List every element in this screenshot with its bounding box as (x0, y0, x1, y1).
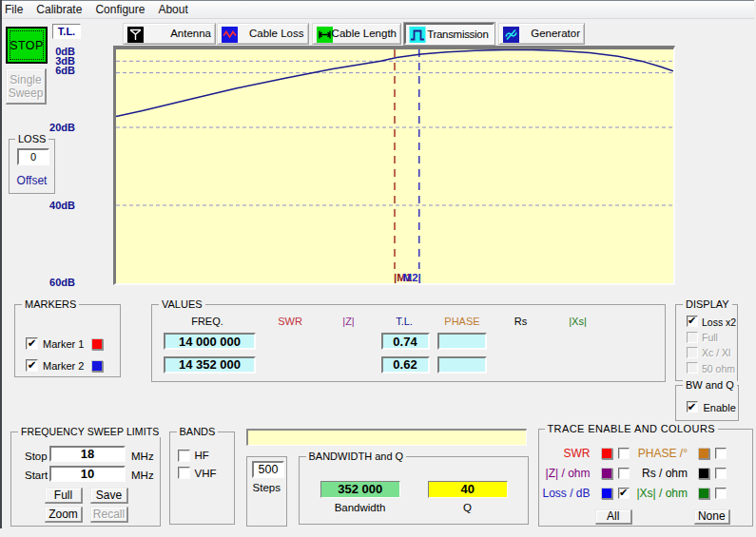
vhf-label: VHF (195, 468, 217, 479)
start-label: Start (25, 470, 48, 481)
sweep-chart[interactable]: |M1M2| (113, 46, 675, 285)
offset-label[interactable]: Offset (10, 174, 54, 187)
stop-frequency-input[interactable]: 18 (49, 446, 126, 462)
generator-button-label: Generator (531, 24, 580, 44)
full-button-label: Full (54, 489, 72, 502)
loss-offset-input[interactable]: 0 (17, 148, 49, 165)
bandwidth-and-q-group: BANDWIDTH and Q 352 000 Bandwidth 40 Q (299, 456, 529, 526)
start-frequency-input[interactable]: 10 (49, 466, 126, 482)
generator-icon (503, 27, 519, 43)
all-button-label: All (607, 509, 619, 523)
full-button[interactable]: Full (45, 488, 83, 504)
recall-button-label: Recall (93, 508, 125, 521)
menu-calibrate[interactable]: Calibrate (29, 1, 88, 19)
menu-bar: File Calibrate Configure About (0, 0, 754, 19)
rs-trace-checkbox[interactable] (715, 468, 727, 479)
none-button[interactable]: None (694, 509, 731, 525)
trace-enable-and-colours-group: TRACE ENABLE AND COLOURS SWR PHASE /° |Z… (538, 429, 754, 527)
save-button[interactable]: Save (90, 488, 128, 504)
q-label: Q (428, 502, 508, 513)
all-button[interactable]: All (595, 509, 633, 525)
bwq-enable-label: Enable (704, 402, 736, 413)
q-value-box: 40 (428, 481, 508, 498)
marker1-freq-text: 14 000 000 (179, 335, 241, 349)
y-axis-tick-60db: 60dB (34, 277, 75, 288)
swr-trace-checkbox[interactable] (618, 448, 630, 459)
app-window: File Calibrate Configure About STOP T.L.… (0, 0, 756, 537)
z-trace-checkbox[interactable] (618, 468, 630, 479)
steps-input[interactable]: 500 (252, 461, 284, 478)
trace-group-title: TRACE ENABLE AND COLOURS (545, 423, 718, 434)
menu-file[interactable]: File (0, 1, 29, 19)
loss-trace-checkbox[interactable] (618, 488, 630, 499)
message-bar (246, 429, 527, 446)
marker1-freq-value[interactable]: 14 000 000 (164, 333, 256, 350)
start-unit-label: MHz (131, 470, 154, 481)
stop-unit-label: MHz (131, 451, 154, 462)
single-sweep-line1: Single (10, 73, 41, 86)
antenna-button-label: Antenna (170, 24, 211, 44)
steps-value: 500 (259, 463, 279, 476)
loss-offset-value: 0 (30, 151, 36, 163)
z-trace-label: |Z| / ohm (546, 467, 591, 480)
bandwidth-value: 352 000 (338, 482, 382, 496)
none-button-label: None (698, 509, 726, 523)
cable-length-button[interactable]: Cable Length (312, 23, 402, 45)
marker2-color-swatch[interactable] (91, 360, 103, 372)
xs-trace-checkbox[interactable] (715, 488, 727, 499)
phase-color-swatch[interactable] (698, 448, 709, 459)
xs-color-swatch[interactable] (698, 488, 709, 499)
full-label: Full (702, 332, 718, 343)
transmission-button[interactable]: Transmission (404, 23, 494, 45)
bands-group-title: BANDS (177, 426, 219, 437)
values-group: VALUES FREQ. SWR |Z| T.L. PHASE Rs |Xs| … (151, 304, 666, 382)
cable-loss-icon (222, 27, 238, 43)
bandwidth-label: Bandwidth (320, 502, 400, 513)
marker2-label: M2| (403, 272, 421, 283)
menu-about[interactable]: About (151, 1, 194, 19)
swr-color-swatch[interactable] (601, 448, 612, 459)
y-axis-tick-20db: 20dB (34, 122, 75, 133)
antenna-button[interactable]: Antenna (123, 23, 217, 45)
bwq-enable-checkbox[interactable] (687, 401, 698, 412)
rs-color-swatch[interactable] (698, 468, 709, 479)
values-group-title: VALUES (159, 298, 205, 310)
hf-label: HF (195, 450, 209, 461)
marker2-tl-text: 0.62 (393, 357, 417, 372)
marker1-color-swatch[interactable] (91, 338, 103, 350)
start-frequency-value: 10 (81, 467, 94, 481)
antenna-icon (127, 27, 144, 43)
xc-xl-checkbox (687, 347, 698, 358)
loss-x2-checkbox[interactable] (687, 316, 698, 327)
xc-xl-label: Xc / Xl (702, 347, 730, 358)
stop-frequency-value: 18 (81, 447, 94, 461)
cable-loss-button-label: Cable Loss (249, 24, 304, 44)
generator-button[interactable]: Generator (498, 23, 586, 45)
stop-label: Stop (25, 451, 48, 462)
markers-group: MARKERS Marker 1 Marker 2 (14, 304, 121, 377)
marker1-label: Marker 1 (43, 338, 84, 350)
phase-trace-label: PHASE /° (638, 447, 688, 460)
display-group-title: DISPLAY (683, 298, 732, 310)
loss-color-swatch[interactable] (601, 488, 612, 499)
xs-trace-label: |Xs| / ohm (636, 487, 688, 500)
phase-trace-checkbox[interactable] (715, 448, 727, 459)
z-color-swatch[interactable] (601, 468, 612, 479)
full-checkbox (687, 332, 698, 343)
marker2-freq-text: 14 352 000 (179, 357, 241, 372)
marker1-checkbox[interactable] (26, 337, 38, 350)
zoom-button[interactable]: Zoom (45, 507, 83, 523)
transmission-button-label: Transmission (427, 25, 488, 45)
single-sweep-line2: Sweep (9, 86, 44, 100)
hf-checkbox[interactable] (178, 450, 190, 462)
menu-configure[interactable]: Configure (88, 1, 151, 19)
marker2-checkbox[interactable] (26, 359, 38, 372)
vhf-checkbox[interactable] (178, 467, 190, 479)
marker2-phase-value (437, 356, 487, 374)
values-header-xs: |Xs| (538, 316, 618, 327)
single-sweep-button[interactable]: Single Sweep (6, 68, 47, 105)
marker2-freq-value[interactable]: 14 352 000 (164, 356, 256, 374)
cable-loss-button[interactable]: Cable Loss (217, 23, 309, 45)
zoom-button-label: Zoom (48, 508, 78, 521)
rs-trace-label: Rs / ohm (642, 467, 688, 480)
